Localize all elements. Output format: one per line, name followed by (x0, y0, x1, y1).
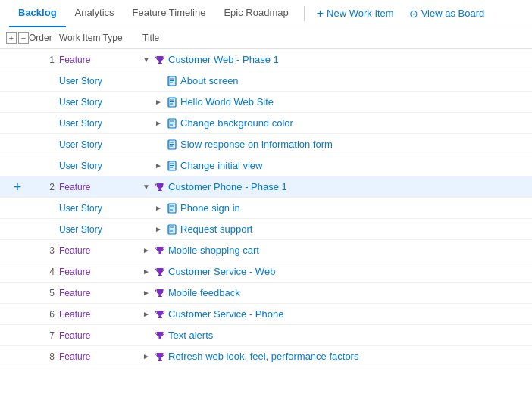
svg-rect-53 (158, 317, 162, 318)
view-as-board-button[interactable]: ⊙ View as Board (403, 5, 491, 23)
chevron-icon[interactable]: ► (142, 246, 152, 254)
tab-feature-timeline[interactable]: Feature Timeline (124, 0, 215, 27)
work-item-type-cell: User Story (59, 161, 142, 171)
svg-rect-46 (159, 252, 161, 254)
order-cell: 7 (29, 330, 59, 341)
work-item-type-cell: Feature (59, 288, 142, 298)
svg-rect-49 (158, 275, 162, 276)
work-item-type-cell: User Story (59, 97, 142, 108)
title-link[interactable]: Customer Service - Web (168, 266, 275, 277)
order-cell: 4 (29, 267, 59, 277)
order-cell: 6 (29, 309, 59, 320)
table-row[interactable]: User Story ► Change background color (0, 113, 532, 134)
title-link[interactable]: Change background color (180, 117, 293, 129)
chevron-icon[interactable]: ▼ (142, 183, 152, 191)
table-row[interactable]: 6 Feature ► Customer Service - Phone (0, 304, 532, 325)
order-cell: 5 (29, 288, 59, 298)
table-header: + − Order Work Item Type Title (0, 27, 532, 49)
svg-rect-39 (168, 204, 170, 213)
title-cell: ► Mobile feedback (142, 287, 526, 298)
order-cell: 8 (29, 351, 59, 362)
work-item-type-cell: User Story (59, 76, 142, 86)
collapse-all-button[interactable]: − (18, 32, 29, 44)
title-cell: ► Customer Service - Web (142, 266, 526, 277)
chevron-icon[interactable]: ► (142, 352, 152, 361)
title-link[interactable]: About screen (180, 75, 239, 86)
title-cell: Text alerts (142, 329, 526, 341)
table-row[interactable]: 1 Feature ▼ Customer Web - Phase 1 (0, 49, 532, 70)
title-link[interactable]: Mobile feedback (168, 287, 240, 298)
title-link[interactable]: Text alerts (168, 329, 213, 341)
chevron-icon[interactable]: ► (155, 161, 164, 170)
chevron-icon[interactable]: ▼ (142, 55, 152, 64)
svg-rect-25 (168, 140, 170, 149)
table-row[interactable]: + 2 Feature ▼ Customer Phone - Phase 1 (0, 176, 532, 198)
title-cell: ▼ Customer Phone - Phase 1 (142, 181, 526, 192)
table-body: 1 Feature ▼ Customer Web - Phase 1 User … (0, 49, 532, 367)
chevron-icon[interactable]: ► (155, 119, 164, 127)
table-row[interactable]: 7 Feature Text alerts (0, 325, 532, 346)
title-link[interactable]: Customer Phone - Phase 1 (168, 181, 287, 192)
table-row[interactable]: 4 Feature ► Customer Service - Web (0, 261, 532, 283)
title-link[interactable]: Refresh web look, feel, performance fact… (168, 351, 358, 362)
svg-rect-50 (159, 295, 161, 296)
title-link[interactable]: Request support (180, 223, 252, 235)
work-item-type-cell: Feature (59, 55, 142, 65)
tab-epic-roadmap[interactable]: Epic Roadmap (214, 0, 297, 27)
nav-divider (304, 6, 305, 21)
order-cell: 2 (29, 182, 59, 192)
table-row[interactable]: User Story ► Request support (0, 219, 532, 240)
expand-all-button[interactable]: + (6, 32, 17, 44)
svg-rect-54 (159, 337, 161, 339)
work-item-type-cell: User Story (59, 203, 142, 214)
title-cell: ► Change initial view (142, 160, 526, 171)
tab-analytics[interactable]: Analytics (66, 0, 124, 27)
chevron-icon[interactable]: ► (155, 98, 164, 106)
chevron-icon[interactable]: ► (155, 225, 164, 233)
title-cell: ► Phone sign in (142, 202, 526, 214)
title-link[interactable]: Customer Web - Phase 1 (168, 54, 279, 65)
svg-rect-56 (159, 358, 161, 360)
table-row[interactable]: 8 Feature ► Refresh web look, feel, perf… (0, 346, 532, 367)
chevron-icon[interactable]: ► (142, 267, 152, 276)
title-cell: Slow response on information form (142, 139, 526, 150)
svg-rect-31 (168, 161, 170, 170)
table-row[interactable]: 5 Feature ► Mobile feedback (0, 283, 532, 304)
add-row-button[interactable]: + (14, 180, 22, 194)
title-link[interactable]: Hello World Web Site (180, 96, 274, 108)
title-cell: ► Hello World Web Site (142, 96, 526, 108)
title-link[interactable]: Slow response on information form (180, 139, 333, 150)
title-link[interactable]: Customer Service - Phone (168, 308, 283, 320)
new-work-item-button[interactable]: + New Work Item (311, 4, 400, 23)
chevron-icon[interactable]: ► (142, 289, 152, 297)
add-cell: + (6, 180, 29, 194)
backlog-table: + − Order Work Item Type Title 1 Feature… (0, 27, 532, 367)
view-board-icon: ⊙ (409, 8, 418, 20)
title-link[interactable]: Mobile shopping cart (168, 245, 259, 256)
work-item-type-cell: Feature (59, 330, 142, 341)
title-cell: ► Mobile shopping cart (142, 245, 526, 256)
svg-rect-32 (159, 189, 161, 190)
chevron-icon[interactable]: ► (142, 310, 152, 318)
work-item-type-cell: Feature (59, 182, 142, 192)
table-row[interactable]: User Story Slow response on information … (0, 134, 532, 155)
table-row[interactable]: User Story ► Change initial view (0, 155, 532, 176)
svg-rect-57 (158, 360, 162, 361)
title-column-header: Title (142, 33, 526, 43)
chevron-icon[interactable]: ► (155, 204, 164, 212)
title-link[interactable]: Change initial view (180, 160, 262, 171)
table-row[interactable]: 3 Feature ► Mobile shopping cart (0, 240, 532, 261)
svg-rect-52 (159, 316, 161, 317)
svg-rect-48 (159, 273, 161, 275)
top-navigation: Backlog Analytics Feature Timeline Epic … (0, 0, 532, 27)
table-row[interactable]: User Story ► Hello World Web Site (0, 92, 532, 113)
svg-rect-45 (168, 225, 170, 234)
title-link[interactable]: Phone sign in (180, 202, 240, 214)
title-cell: ► Customer Service - Phone (142, 308, 526, 320)
work-item-type-cell: User Story (59, 224, 142, 235)
svg-rect-47 (158, 254, 162, 254)
table-row[interactable]: User Story ► Phone sign in (0, 198, 532, 219)
table-row[interactable]: User Story About screen (0, 70, 532, 92)
tab-backlog[interactable]: Backlog (9, 0, 66, 27)
order-cell: 1 (29, 55, 59, 65)
